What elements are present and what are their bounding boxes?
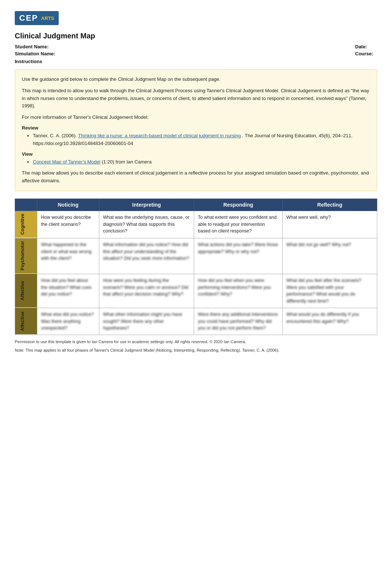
col-header-interpreting: Interpreting: [99, 199, 194, 211]
row-label-cell: Affective: [15, 308, 37, 335]
col-header-noticing: Noticing: [37, 199, 99, 211]
table-cell: How would you describe the client scenar…: [37, 211, 99, 238]
review-label: Review: [22, 125, 370, 131]
table-cell: How were you feeling during the scenario…: [99, 274, 194, 308]
review-bullet: Tanner, C. A. (2006).: [33, 133, 77, 138]
table-cell: What did not go well? Why not?: [282, 238, 377, 274]
info-para1: Use the guidance grid below to complete …: [22, 76, 370, 83]
info-box: Use the guidance grid below to complete …: [15, 69, 377, 191]
simulation-name-row: Simulation Name: Course:: [15, 51, 377, 56]
table-row: AffectiveWhat else did you notice? Was t…: [15, 308, 377, 335]
judgment-table: Noticing Interpreting Responding Reflect…: [15, 199, 377, 335]
col-header-responding: Responding: [194, 199, 283, 211]
logo-area: CEP ARTS: [15, 11, 377, 25]
info-para3: For more information of Tanner's Clinica…: [22, 114, 370, 121]
footer-line1: Permission to use this template is given…: [15, 339, 377, 345]
student-name-label: Student Name:: [15, 44, 81, 49]
table-cell: How did you feel about the situation? Wh…: [37, 274, 99, 308]
table-cell: What information did you notice? How did…: [99, 238, 194, 274]
footer-line2: Note: This map applies to all four phase…: [15, 347, 377, 353]
date-label: Date:: [355, 44, 377, 49]
empty-header-cell: [15, 199, 37, 211]
student-name-row: Student Name: Date:: [15, 44, 377, 49]
table-cell: What else did you notice? Was there anyt…: [37, 308, 99, 335]
table-cell: To what extent were you confident and ab…: [194, 211, 283, 238]
review-list-item: Tanner, C. A. (2006). Thinking like a nu…: [33, 132, 370, 148]
table-cell: What did you feel after the scenario? We…: [282, 274, 377, 308]
table-cell: What would you do differently if you enc…: [282, 308, 377, 335]
row-label-cell: Affective: [15, 274, 37, 308]
review-link[interactable]: Thinking like a nurse: a research-based …: [78, 133, 241, 138]
row-label-cell: Psychomotor: [15, 238, 37, 274]
table-cell: Were there any additional interventions …: [194, 308, 283, 335]
instructions-label: Instructions: [15, 59, 42, 64]
view-link[interactable]: Concept Map of Tanner's Model: [33, 159, 100, 165]
table-cell: What actions did you take? Were those ap…: [194, 238, 283, 274]
table-row: AffectiveHow did you feel about the situ…: [15, 274, 377, 308]
table-cell: What went well, why?: [282, 211, 377, 238]
view-rest: (1:20) from Ian Camera: [102, 159, 152, 165]
table-header-row: Noticing Interpreting Responding Reflect…: [15, 199, 377, 211]
review-list: Tanner, C. A. (2006). Thinking like a nu…: [22, 132, 370, 148]
page-title: Clinical Judgment Map: [15, 32, 377, 40]
table-row: CognitiveHow would you describe the clie…: [15, 211, 377, 238]
logo-text: CEP: [19, 13, 38, 23]
table-row: PsychomotorWhat happened to the client o…: [15, 238, 377, 274]
logo-box: CEP ARTS: [15, 11, 59, 25]
col-header-reflecting: Reflecting: [282, 199, 377, 211]
logo-sub: ARTS: [41, 15, 54, 21]
row-label-cell: Cognitive: [15, 211, 37, 238]
simulation-name-label: Simulation Name:: [15, 51, 81, 56]
table-cell: What other information might you have so…: [99, 308, 194, 335]
table-cell: How did you feel when you were performin…: [194, 274, 283, 308]
table-cell: What happened to the client or what was …: [37, 238, 99, 274]
table-cell: What was the underlying issues, cause, o…: [99, 211, 194, 238]
course-label: Course:: [355, 51, 377, 56]
view-list: Concept Map of Tanner's Model (1:20) fro…: [22, 158, 370, 166]
view-list-item: Concept Map of Tanner's Model (1:20) fro…: [33, 158, 370, 166]
info-para2: This map is intended to allow you to wal…: [22, 87, 370, 110]
view-label: View: [22, 151, 370, 157]
table-intro: The map below allows you to describe eac…: [22, 169, 370, 185]
